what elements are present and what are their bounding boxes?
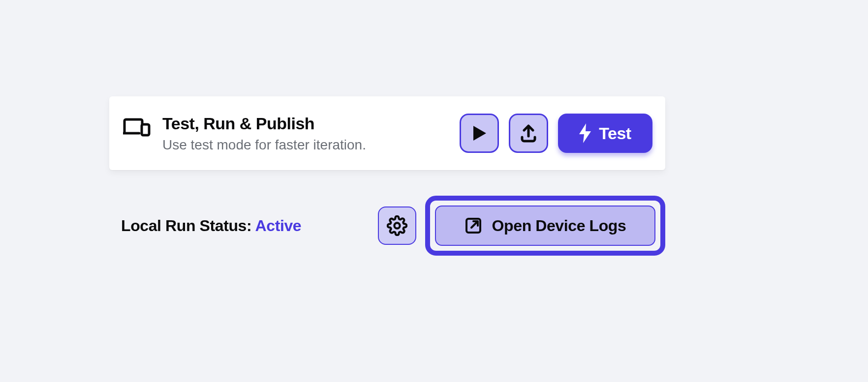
gear-icon (387, 215, 407, 236)
card-left: Test, Run & Publish Use test mode for fa… (123, 114, 460, 153)
status-label: Local Run Status: Active (121, 217, 301, 235)
svg-point-2 (394, 223, 400, 228)
publish-card: Test, Run & Publish Use test mode for fa… (109, 96, 665, 170)
card-title: Test, Run & Publish (162, 114, 366, 133)
play-icon (471, 125, 487, 142)
devices-icon (123, 117, 151, 137)
bolt-icon (579, 123, 591, 143)
status-label-text: Local Run Status: (121, 217, 255, 235)
external-link-icon (465, 217, 482, 235)
status-actions: Open Device Logs (378, 196, 665, 256)
card-actions: Test (460, 114, 652, 153)
settings-button[interactable] (378, 206, 416, 245)
open-device-logs-button[interactable]: Open Device Logs (435, 206, 655, 246)
logs-highlight-frame: Open Device Logs (425, 196, 665, 256)
svg-rect-1 (142, 124, 149, 135)
run-button[interactable] (460, 114, 499, 153)
status-row: Local Run Status: Active (121, 196, 665, 256)
test-button[interactable]: Test (558, 114, 652, 153)
test-button-label: Test (599, 124, 631, 143)
open-device-logs-label: Open Device Logs (492, 217, 626, 235)
upload-icon (519, 123, 538, 143)
publish-button[interactable] (509, 114, 548, 153)
card-text: Test, Run & Publish Use test mode for fa… (162, 114, 366, 153)
card-subtitle: Use test mode for faster iteration. (162, 137, 366, 153)
status-value: Active (255, 217, 302, 235)
